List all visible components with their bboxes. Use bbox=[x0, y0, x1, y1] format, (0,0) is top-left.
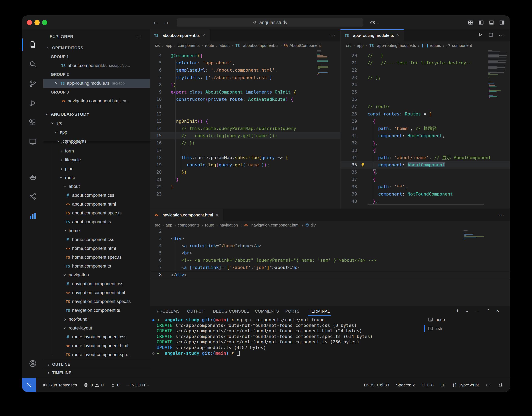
minimap[interactable] bbox=[488, 50, 508, 103]
breadcrumb[interactable]: src›app›TSapp-routing.module.ts›[ ]route… bbox=[341, 41, 510, 50]
open-editor-item[interactable]: ×TSapp-routing.module.tssrc/app bbox=[43, 79, 150, 88]
customize-layout-button[interactable] bbox=[468, 19, 473, 26]
tab-app-routing.module.ts[interactable]: TSapp-routing.module.ts× bbox=[341, 29, 404, 41]
tab-about.component.ts[interactable]: TSabout.component.ts× bbox=[150, 29, 210, 41]
editor-action-more[interactable]: ··· bbox=[499, 32, 505, 38]
breadcrumb-item[interactable]: src bbox=[346, 43, 352, 48]
breadcrumb-item[interactable]: route bbox=[205, 43, 214, 48]
traffic-light-zoom[interactable] bbox=[42, 20, 47, 25]
breadcrumb-item[interactable]: div bbox=[305, 223, 316, 227]
tree-item[interactable]: #home.component.css bbox=[43, 235, 150, 244]
panel-tab-problems[interactable]: PROBLEMS bbox=[157, 306, 180, 316]
nav-forward-button[interactable]: → bbox=[163, 19, 169, 25]
tree-item[interactable]: TSroute-layout.component.spe... bbox=[43, 350, 150, 359]
panel-tab-output[interactable]: OUTPUT bbox=[187, 306, 204, 316]
panel-action-plus[interactable]: + bbox=[456, 308, 459, 314]
breadcrumb-item[interactable]: about bbox=[219, 43, 230, 48]
editor-group-1[interactable]: TSabout.component.ts×···src›app›componen… bbox=[150, 29, 340, 209]
tree-item[interactable]: ›about bbox=[43, 182, 150, 191]
status-copilot[interactable] bbox=[486, 382, 491, 388]
tree-item[interactable]: ›route bbox=[43, 173, 150, 182]
tree-item[interactable]: ›lifecycle bbox=[43, 155, 150, 164]
breadcrumb-item[interactable]: app bbox=[166, 43, 172, 48]
editor-action-more[interactable]: ··· bbox=[499, 212, 505, 218]
tree-item[interactable]: ›not-found bbox=[43, 315, 150, 324]
breadcrumb-item[interactable]: navigation bbox=[219, 223, 238, 227]
tree-sticky-item[interactable]: ›components bbox=[43, 137, 150, 146]
breadcrumb[interactable]: src›app›components›route›about›TSabout.c… bbox=[150, 41, 340, 50]
status-problems[interactable]: 00 bbox=[84, 383, 104, 388]
traffic-light-close[interactable] bbox=[27, 20, 32, 25]
sidebar-more-button[interactable]: ··· bbox=[136, 34, 142, 40]
open-editor-item[interactable]: TSabout.component.tssrc/app/co... bbox=[43, 61, 150, 70]
tree-sticky-item[interactable]: ›src bbox=[43, 119, 150, 128]
status-eol[interactable]: LF bbox=[440, 383, 445, 388]
status-notifications[interactable] bbox=[498, 382, 503, 388]
activity-bar-remote-explorer[interactable] bbox=[22, 134, 43, 150]
horizontal-scrollbar[interactable] bbox=[367, 204, 484, 205]
close-icon[interactable]: × bbox=[202, 33, 206, 38]
tree-item[interactable]: ›pipe bbox=[43, 164, 150, 173]
activity-bar-docker[interactable] bbox=[22, 169, 43, 185]
tab-navigation.component.html[interactable]: <>navigation.component.html× bbox=[150, 209, 223, 221]
breadcrumb-item[interactable]: app bbox=[357, 43, 364, 48]
panel-tab-ports[interactable]: PORTS bbox=[285, 306, 300, 316]
toggle-sidebar-right-button[interactable] bbox=[499, 19, 505, 26]
status-ports-forwarded[interactable]: 0 bbox=[110, 383, 120, 388]
outline-section-header[interactable]: ›OUTLINE bbox=[43, 360, 150, 369]
breadcrumb-item[interactable]: TSabout.component.ts bbox=[235, 43, 278, 48]
editor-action-more[interactable]: ··· bbox=[329, 32, 335, 38]
tree-item[interactable]: <>route-layout.component.html bbox=[43, 341, 150, 350]
minimap[interactable] bbox=[317, 50, 329, 82]
breadcrumb-item[interactable]: component bbox=[446, 43, 472, 48]
panel-action-more[interactable]: ··· bbox=[475, 308, 481, 313]
tree-item[interactable]: #navigation.component.css bbox=[43, 279, 150, 288]
copilot-menu-button[interactable]: ⌄ bbox=[370, 19, 379, 26]
breadcrumb-item[interactable]: app bbox=[166, 223, 172, 227]
breadcrumb-item[interactable]: src bbox=[155, 43, 160, 48]
editor-group-3[interactable]: <>navigation.component.html×···src›app›c… bbox=[150, 209, 510, 306]
breadcrumb-item[interactable]: <>navigation.component.html bbox=[243, 223, 299, 227]
remote-indicator[interactable] bbox=[22, 378, 36, 392]
panel-action-chev-up[interactable]: ⌃ bbox=[487, 309, 490, 313]
status-insert-mode[interactable]: -- INSERT -- bbox=[126, 383, 150, 388]
activity-bar-live-share[interactable] bbox=[22, 189, 43, 204]
tree-item[interactable]: TSnavigation.component.ts bbox=[43, 306, 150, 315]
tree-item[interactable]: ›route-layout bbox=[43, 324, 150, 332]
activity-bar-search[interactable] bbox=[22, 56, 43, 72]
activity-bar-extensions[interactable] bbox=[22, 115, 43, 130]
status-encoding[interactable]: UTF-8 bbox=[422, 383, 434, 388]
tree-item[interactable]: #about.component.css bbox=[43, 191, 150, 200]
nav-back-button[interactable]: ← bbox=[153, 19, 159, 25]
breadcrumb-item[interactable]: route bbox=[205, 223, 214, 227]
breadcrumb-item[interactable]: TSapp-routing.module.ts bbox=[369, 43, 416, 48]
breadcrumb-item[interactable]: src bbox=[155, 223, 160, 227]
panel-tab-terminal[interactable]: TERMINAL bbox=[309, 306, 330, 316]
tree-item[interactable]: <>about.component.html bbox=[43, 200, 150, 208]
panel-action-chev-down[interactable]: ⌄ bbox=[465, 309, 469, 313]
project-root[interactable]: ›ANGULAR-STUDY bbox=[43, 110, 150, 119]
command-center-search[interactable]: angular-study bbox=[177, 18, 363, 27]
breadcrumb-item[interactable]: [ ]routes bbox=[422, 43, 441, 48]
status-indentation[interactable]: Spaces: 2 bbox=[396, 383, 415, 388]
status-cursor-position[interactable]: Ln 35, Col 30 bbox=[364, 383, 389, 388]
activity-bar-run-debug[interactable] bbox=[22, 95, 43, 111]
tree-item[interactable]: TSabout.component.spec.ts bbox=[43, 208, 150, 217]
tree-item[interactable]: ›navigation bbox=[43, 271, 150, 279]
tree-item[interactable]: ›form bbox=[43, 147, 150, 155]
activity-bar-source-control[interactable] bbox=[22, 76, 43, 92]
open-editor-item[interactable]: <>navigation.component.htmlsr... bbox=[43, 96, 150, 105]
status-run-testcases[interactable]: Run Testcases bbox=[43, 383, 77, 388]
tree-sticky-item[interactable]: ›app bbox=[43, 128, 150, 137]
editor-group-2[interactable]: TSapp-routing.module.ts×···src›app›TSapp… bbox=[340, 29, 510, 209]
toggle-sidebar-left-button[interactable] bbox=[478, 19, 484, 26]
tree-item[interactable]: TShome.component.ts bbox=[43, 262, 150, 271]
breadcrumb-item[interactable]: components bbox=[177, 223, 199, 227]
tree-item[interactable]: ›home bbox=[43, 226, 150, 235]
activity-bar-explorer[interactable] bbox=[22, 37, 43, 53]
editor-action-split[interactable] bbox=[488, 32, 493, 38]
terminal-list-item-zsh[interactable]: zsh bbox=[428, 324, 442, 333]
open-editors-header[interactable]: ›OPEN EDITORS bbox=[43, 43, 150, 52]
traffic-light-minimize[interactable] bbox=[34, 20, 40, 25]
toggle-panel-button[interactable] bbox=[489, 19, 494, 26]
